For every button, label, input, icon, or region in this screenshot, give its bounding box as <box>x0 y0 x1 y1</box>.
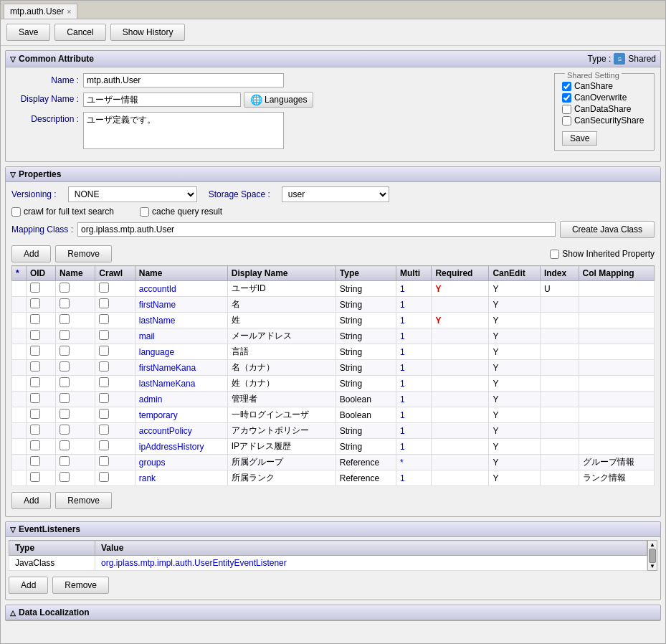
oid-checkbox[interactable] <box>30 393 40 403</box>
property-name-link[interactable]: accountPolicy <box>139 426 192 436</box>
collapse-icon[interactable]: ▽ <box>10 55 16 63</box>
row-name[interactable]: groups <box>135 455 227 470</box>
property-name-link[interactable]: lastName <box>139 316 176 326</box>
oid-checkbox[interactable] <box>30 283 40 293</box>
property-name-link[interactable]: accountId <box>139 284 176 294</box>
properties-add-button-2[interactable]: Add <box>11 492 51 509</box>
mapping-class-input[interactable] <box>77 222 556 237</box>
crawl-row-checkbox[interactable] <box>99 377 109 387</box>
oid-checkbox[interactable] <box>30 377 40 387</box>
row-name[interactable]: accountPolicy <box>135 423 227 439</box>
property-name-link[interactable]: mail <box>139 331 155 341</box>
row-name[interactable]: ipAddressHistory <box>135 439 227 455</box>
property-name-link[interactable]: language <box>139 347 174 357</box>
row-name[interactable]: language <box>135 344 227 360</box>
name-checkbox[interactable] <box>60 377 70 387</box>
crawl-row-checkbox[interactable] <box>99 409 109 419</box>
name-checkbox[interactable] <box>60 409 70 419</box>
crawl-row-checkbox[interactable] <box>99 283 109 293</box>
crawl-row-checkbox[interactable] <box>99 298 109 308</box>
el-add-button[interactable]: Add <box>9 577 48 594</box>
name-checkbox[interactable] <box>60 283 70 293</box>
row-name[interactable]: mail <box>135 328 227 344</box>
can-overwrite-checkbox[interactable] <box>562 93 571 103</box>
name-checkbox[interactable] <box>60 440 70 450</box>
row-name[interactable]: temporary <box>135 407 227 423</box>
shared-save-button[interactable]: Save <box>562 131 597 146</box>
name-checkbox[interactable] <box>60 425 70 435</box>
languages-button[interactable]: 🌐 Languages <box>244 92 313 108</box>
property-name-link[interactable]: rank <box>139 473 156 483</box>
crawl-row-checkbox[interactable] <box>99 314 109 324</box>
name-checkbox[interactable] <box>60 361 70 371</box>
el-value-link[interactable]: org.iplass.mtp.impl.auth.UserEntityEvent… <box>101 558 287 568</box>
row-name[interactable]: firstNameKana <box>135 360 227 376</box>
oid-checkbox[interactable] <box>30 346 40 356</box>
crawl-row-checkbox[interactable] <box>99 425 109 435</box>
name-checkbox[interactable] <box>60 330 70 340</box>
property-name-link[interactable]: firstNameKana <box>139 363 196 373</box>
crawl-row-checkbox[interactable] <box>99 393 109 403</box>
row-name[interactable]: lastNameKana <box>135 376 227 392</box>
el-remove-button[interactable]: Remove <box>52 577 109 594</box>
property-name-link[interactable]: lastNameKana <box>139 379 196 389</box>
crawl-row-checkbox[interactable] <box>99 361 109 371</box>
el-collapse-icon[interactable]: ▽ <box>10 526 16 534</box>
create-java-class-button[interactable]: Create Java Class <box>560 221 655 238</box>
property-name-link[interactable]: groups <box>139 458 166 468</box>
can-data-share-checkbox[interactable] <box>562 105 571 114</box>
name-checkbox[interactable] <box>60 456 70 466</box>
name-checkbox[interactable] <box>60 472 70 482</box>
row-name[interactable]: lastName <box>135 313 227 328</box>
show-history-button[interactable]: Show History <box>110 24 186 41</box>
oid-checkbox[interactable] <box>30 361 40 371</box>
properties-remove-button[interactable]: Remove <box>55 245 112 262</box>
main-tab[interactable]: mtp.auth.User × <box>4 4 77 19</box>
oid-checkbox[interactable] <box>30 425 40 435</box>
description-textarea[interactable]: ユーザ定義です。 <box>83 112 284 149</box>
row-name[interactable]: rank <box>135 470 227 486</box>
dl-collapse-icon[interactable]: △ <box>10 609 16 617</box>
crawl-row-checkbox[interactable] <box>99 440 109 450</box>
el-scroll-down[interactable]: ▼ <box>650 563 655 569</box>
crawl-checkbox[interactable] <box>11 207 21 217</box>
save-button[interactable]: Save <box>6 24 50 41</box>
cancel-button[interactable]: Cancel <box>54 24 105 41</box>
name-checkbox[interactable] <box>60 393 70 403</box>
properties-add-button[interactable]: Add <box>11 245 51 262</box>
property-name-link[interactable]: admin <box>139 394 163 404</box>
oid-checkbox[interactable] <box>30 472 40 482</box>
property-name-link[interactable]: temporary <box>139 410 178 420</box>
crawl-row-checkbox[interactable] <box>99 456 109 466</box>
can-share-checkbox[interactable] <box>562 82 571 91</box>
row-index <box>540 392 579 407</box>
cache-checkbox[interactable] <box>140 207 149 217</box>
oid-checkbox[interactable] <box>30 330 40 340</box>
crawl-row-checkbox[interactable] <box>99 472 109 482</box>
can-security-share-checkbox[interactable] <box>562 116 571 126</box>
display-name-input[interactable] <box>83 93 241 107</box>
storage-space-select[interactable]: user <box>282 186 389 202</box>
el-scroll-up[interactable]: ▲ <box>650 541 655 548</box>
row-name[interactable]: admin <box>135 392 227 407</box>
name-input[interactable] <box>83 73 284 87</box>
tab-close-icon[interactable]: × <box>67 8 71 16</box>
crawl-row-checkbox[interactable] <box>99 346 109 356</box>
property-name-link[interactable]: firstName <box>139 300 176 310</box>
properties-collapse-icon[interactable]: ▽ <box>10 171 16 179</box>
row-name[interactable]: firstName <box>135 297 227 313</box>
oid-checkbox[interactable] <box>30 456 40 466</box>
name-checkbox[interactable] <box>60 298 70 308</box>
property-name-link[interactable]: ipAddressHistory <box>139 442 204 452</box>
crawl-row-checkbox[interactable] <box>99 330 109 340</box>
oid-checkbox[interactable] <box>30 314 40 324</box>
name-checkbox[interactable] <box>60 314 70 324</box>
oid-checkbox[interactable] <box>30 298 40 308</box>
row-name[interactable]: accountId <box>135 281 227 297</box>
oid-checkbox[interactable] <box>30 409 40 419</box>
versioning-select[interactable]: NONE <box>68 186 197 202</box>
oid-checkbox[interactable] <box>30 440 40 450</box>
name-checkbox[interactable] <box>60 346 70 356</box>
properties-remove-button-2[interactable]: Remove <box>55 492 112 509</box>
show-inherited-checkbox[interactable] <box>550 250 559 259</box>
